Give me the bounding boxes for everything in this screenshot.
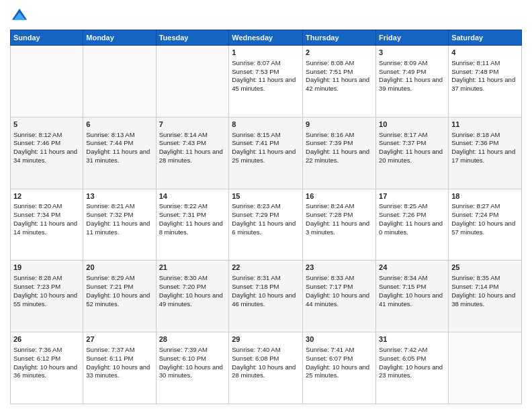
weekday-header-friday: Friday bbox=[376, 30, 449, 46]
calendar-week-2: 5Sunrise: 8:12 AMSunset: 7:46 PMDaylight… bbox=[11, 117, 522, 189]
calendar-cell: 23Sunrise: 8:33 AMSunset: 7:17 PMDayligh… bbox=[303, 261, 376, 332]
day-number: 29 bbox=[232, 334, 300, 345]
day-number: 1 bbox=[232, 48, 300, 58]
calendar-cell: 11Sunrise: 8:18 AMSunset: 7:36 PMDayligh… bbox=[449, 117, 522, 189]
day-info: Sunrise: 7:41 AM bbox=[306, 346, 373, 355]
day-info: Sunrise: 8:16 AM bbox=[306, 131, 373, 140]
day-info: Sunset: 7:51 PM bbox=[306, 68, 373, 77]
day-info: Sunrise: 8:25 AM bbox=[379, 202, 445, 211]
calendar-cell: 15Sunrise: 8:23 AMSunset: 7:29 PMDayligh… bbox=[229, 189, 303, 261]
day-info: Daylight: 11 hours and 20 minutes. bbox=[379, 148, 445, 165]
day-info: Sunset: 7:29 PM bbox=[232, 211, 300, 220]
day-info: Sunrise: 8:33 AM bbox=[306, 274, 373, 283]
day-info: Sunrise: 7:40 AM bbox=[232, 346, 300, 355]
calendar-cell: 27Sunrise: 7:37 AMSunset: 6:11 PMDayligh… bbox=[83, 332, 156, 404]
day-info: Sunset: 7:21 PM bbox=[86, 283, 152, 291]
calendar-cell: 20Sunrise: 8:29 AMSunset: 7:21 PMDayligh… bbox=[83, 261, 156, 332]
day-info: Sunrise: 7:39 AM bbox=[159, 346, 226, 355]
weekday-header-thursday: Thursday bbox=[303, 30, 376, 46]
day-number: 14 bbox=[159, 191, 226, 201]
day-number: 18 bbox=[451, 191, 519, 201]
day-number: 23 bbox=[306, 263, 373, 273]
calendar-cell bbox=[11, 46, 83, 118]
day-info: Sunrise: 8:07 AM bbox=[232, 59, 300, 68]
day-info: Sunrise: 8:35 AM bbox=[451, 274, 519, 283]
day-info: Sunset: 7:48 PM bbox=[451, 68, 519, 77]
day-number: 15 bbox=[232, 191, 300, 201]
day-info: Sunrise: 8:12 AM bbox=[13, 131, 80, 140]
weekday-header-saturday: Saturday bbox=[449, 30, 522, 46]
day-info: Daylight: 11 hours and 39 minutes. bbox=[379, 76, 445, 93]
calendar-cell: 14Sunrise: 8:22 AMSunset: 7:31 PMDayligh… bbox=[156, 189, 229, 261]
day-info: Sunset: 6:08 PM bbox=[232, 355, 300, 363]
day-info: Sunset: 6:10 PM bbox=[159, 355, 226, 363]
day-info: Sunset: 7:39 PM bbox=[306, 139, 373, 148]
day-info: Daylight: 10 hours and 36 minutes. bbox=[13, 363, 80, 381]
day-info: Sunrise: 8:28 AM bbox=[13, 274, 80, 283]
day-number: 25 bbox=[451, 263, 519, 273]
day-info: Daylight: 11 hours and 17 minutes. bbox=[451, 148, 519, 165]
day-info: Sunset: 7:41 PM bbox=[232, 139, 300, 148]
day-info: Daylight: 10 hours and 46 minutes. bbox=[232, 291, 300, 309]
day-info: Daylight: 11 hours and 11 minutes. bbox=[86, 220, 152, 237]
day-info: Sunrise: 8:21 AM bbox=[86, 202, 152, 211]
calendar-cell: 12Sunrise: 8:20 AMSunset: 7:34 PMDayligh… bbox=[11, 189, 83, 261]
calendar-cell: 16Sunrise: 8:24 AMSunset: 7:28 PMDayligh… bbox=[303, 189, 376, 261]
day-info: Daylight: 10 hours and 49 minutes. bbox=[159, 291, 226, 309]
calendar-cell: 21Sunrise: 8:30 AMSunset: 7:20 PMDayligh… bbox=[156, 261, 229, 332]
day-info: Daylight: 11 hours and 6 minutes. bbox=[232, 220, 300, 237]
day-number: 20 bbox=[86, 263, 152, 273]
calendar-week-1: 1Sunrise: 8:07 AMSunset: 7:53 PMDaylight… bbox=[11, 46, 522, 118]
day-info: Sunrise: 7:37 AM bbox=[86, 346, 152, 355]
day-number: 7 bbox=[159, 120, 226, 130]
day-info: Sunset: 7:24 PM bbox=[451, 211, 519, 220]
day-number: 11 bbox=[451, 120, 519, 130]
day-info: Daylight: 10 hours and 28 minutes. bbox=[232, 363, 300, 381]
day-number: 8 bbox=[232, 120, 300, 130]
calendar-cell: 5Sunrise: 8:12 AMSunset: 7:46 PMDaylight… bbox=[11, 117, 83, 189]
day-info: Sunset: 7:14 PM bbox=[451, 283, 519, 291]
calendar-cell: 1Sunrise: 8:07 AMSunset: 7:53 PMDaylight… bbox=[229, 46, 303, 118]
header bbox=[10, 7, 522, 26]
calendar-cell: 9Sunrise: 8:16 AMSunset: 7:39 PMDaylight… bbox=[303, 117, 376, 189]
calendar-cell: 25Sunrise: 8:35 AMSunset: 7:14 PMDayligh… bbox=[449, 261, 522, 332]
day-info: Sunrise: 8:24 AM bbox=[306, 202, 373, 211]
day-info: Daylight: 10 hours and 38 minutes. bbox=[451, 291, 519, 309]
calendar-cell: 4Sunrise: 8:11 AMSunset: 7:48 PMDaylight… bbox=[449, 46, 522, 118]
day-info: Daylight: 11 hours and 42 minutes. bbox=[306, 76, 373, 93]
day-number: 4 bbox=[451, 48, 519, 58]
day-number: 27 bbox=[86, 334, 152, 345]
day-info: Sunset: 7:20 PM bbox=[159, 283, 226, 291]
weekday-header-tuesday: Tuesday bbox=[156, 30, 229, 46]
day-info: Daylight: 10 hours and 44 minutes. bbox=[306, 291, 373, 309]
day-info: Daylight: 11 hours and 14 minutes. bbox=[13, 220, 80, 237]
logo-icon bbox=[10, 7, 29, 26]
day-number: 19 bbox=[13, 263, 80, 273]
day-info: Daylight: 11 hours and 3 minutes. bbox=[306, 220, 373, 237]
day-number: 12 bbox=[13, 191, 80, 201]
calendar-cell: 2Sunrise: 8:08 AMSunset: 7:51 PMDaylight… bbox=[303, 46, 376, 118]
day-info: Daylight: 11 hours and 45 minutes. bbox=[232, 76, 300, 93]
calendar-cell: 24Sunrise: 8:34 AMSunset: 7:15 PMDayligh… bbox=[376, 261, 449, 332]
logo bbox=[10, 7, 32, 26]
calendar-week-5: 26Sunrise: 7:36 AMSunset: 6:12 PMDayligh… bbox=[11, 332, 522, 404]
calendar-cell: 7Sunrise: 8:14 AMSunset: 7:43 PMDaylight… bbox=[156, 117, 229, 189]
calendar-cell: 31Sunrise: 7:42 AMSunset: 6:05 PMDayligh… bbox=[376, 332, 449, 404]
day-info: Sunset: 7:53 PM bbox=[232, 68, 300, 77]
calendar-cell: 17Sunrise: 8:25 AMSunset: 7:26 PMDayligh… bbox=[376, 189, 449, 261]
day-info: Sunset: 7:44 PM bbox=[86, 139, 152, 148]
day-info: Daylight: 10 hours and 57 minutes. bbox=[451, 220, 519, 237]
day-info: Sunrise: 8:34 AM bbox=[379, 274, 445, 283]
calendar-week-4: 19Sunrise: 8:28 AMSunset: 7:23 PMDayligh… bbox=[11, 261, 522, 332]
day-info: Sunset: 6:12 PM bbox=[13, 355, 80, 363]
day-info: Sunrise: 8:17 AM bbox=[379, 131, 445, 140]
day-info: Sunrise: 8:20 AM bbox=[13, 202, 80, 211]
day-number: 22 bbox=[232, 263, 300, 273]
day-info: Daylight: 10 hours and 30 minutes. bbox=[159, 363, 226, 381]
day-info: Daylight: 11 hours and 0 minutes. bbox=[379, 220, 445, 237]
day-info: Daylight: 11 hours and 34 minutes. bbox=[13, 148, 80, 165]
calendar-week-3: 12Sunrise: 8:20 AMSunset: 7:34 PMDayligh… bbox=[11, 189, 522, 261]
day-number: 16 bbox=[306, 191, 373, 201]
day-info: Sunset: 7:36 PM bbox=[451, 139, 519, 148]
day-info: Sunrise: 8:22 AM bbox=[159, 202, 226, 211]
